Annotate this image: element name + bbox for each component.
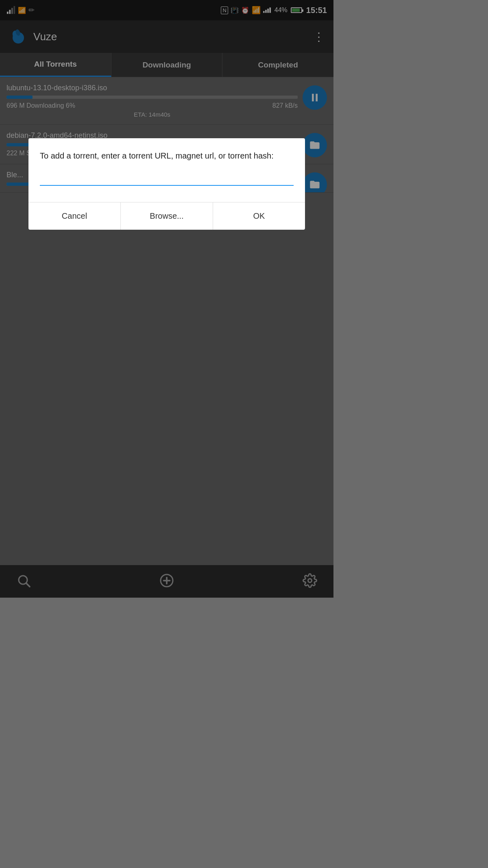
dialog-overlay[interactable]: To add a torrent, enter a torrent URL, m… [0,0,333,598]
dialog-body: To add a torrent, enter a torrent URL, m… [28,138,305,194]
dialog-message: To add a torrent, enter a torrent URL, m… [40,150,294,162]
add-torrent-dialog: To add a torrent, enter a torrent URL, m… [28,138,305,230]
dialog-buttons: Cancel Browse... OK [28,202,305,230]
cancel-button[interactable]: Cancel [28,202,121,230]
dialog-input-container [40,170,294,186]
torrent-url-input[interactable] [40,170,294,185]
browse-button[interactable]: Browse... [121,202,213,230]
ok-button[interactable]: OK [213,202,305,230]
